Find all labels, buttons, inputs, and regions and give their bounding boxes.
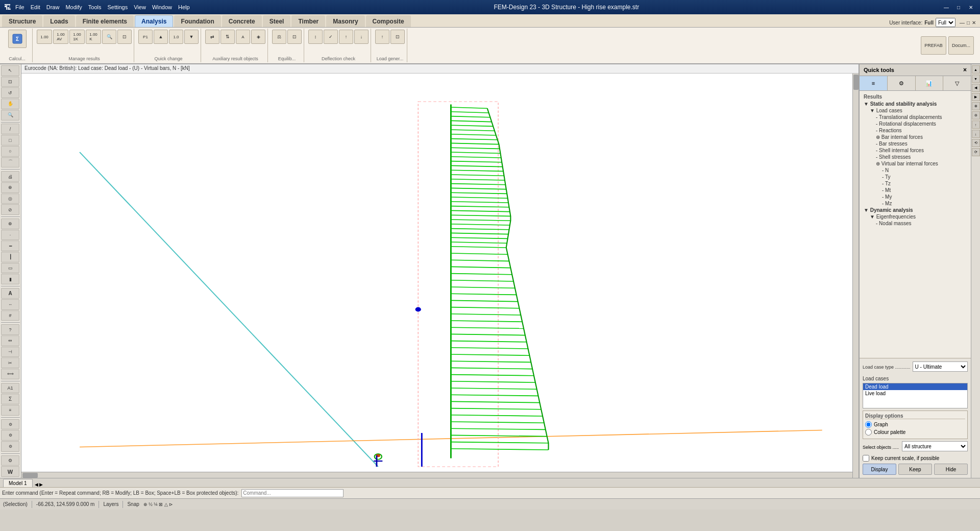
app-menu-modify[interactable]: Modify (63, 4, 84, 10)
tab-nav-left[interactable]: ◀ (35, 482, 38, 487)
minimize-button[interactable]: — (941, 2, 951, 12)
tree-nodal-masses[interactable]: - Nodal masses (862, 220, 969, 227)
command-input[interactable] (241, 489, 344, 497)
load-case-live-load[interactable]: Live load (863, 390, 967, 397)
far-btn-10[interactable]: ⟳ (972, 148, 980, 156)
prefab-button[interactable]: PREFAB (921, 36, 946, 55)
loadgen-btn-1[interactable]: ↑ (375, 30, 389, 44)
move-tool[interactable]: ⊕ (1, 219, 19, 229)
graph-radio[interactable] (865, 421, 872, 428)
manage-btn-2[interactable]: 1.00AV (53, 30, 68, 44)
manage-btn-4[interactable]: 1.00K (86, 30, 101, 44)
aux-btn-3[interactable]: A (236, 30, 250, 44)
far-btn-8[interactable]: ↓ (972, 130, 980, 138)
hash-tool[interactable]: # (1, 310, 19, 321)
calc-btn-1[interactable]: ⚙ (1, 419, 19, 430)
app-menu-tools[interactable]: Tools (86, 4, 104, 10)
a1-label[interactable]: A1 (1, 383, 19, 394)
app-menu-edit[interactable]: Edit (29, 4, 42, 10)
arc-tool[interactable]: ⌒ (1, 157, 19, 168)
far-btn-4[interactable]: ▶ (972, 93, 980, 101)
tree-bar-internal-forces[interactable]: ⊕ Bar internal forces (862, 134, 969, 140)
w-label[interactable]: W (1, 466, 19, 477)
calcul-button[interactable]: Σ (8, 30, 27, 48)
line-tool[interactable]: / (1, 124, 19, 134)
search-btn[interactable]: 🔍 (102, 30, 116, 44)
trim-tool[interactable]: ✂ (1, 357, 19, 368)
tree-rotational-disp[interactable]: - Rotational displacements (862, 120, 969, 127)
pointer-tool[interactable]: ↖ (1, 65, 19, 76)
quick-p1[interactable]: P1 (138, 30, 153, 44)
deflect-btn-1[interactable]: ↕ (308, 30, 323, 44)
sum-label[interactable]: ≡ (1, 405, 19, 416)
far-btn-6[interactable]: ⊖ (972, 111, 980, 119)
aux-btn-2[interactable]: ⇅ (220, 30, 235, 44)
qt-tab-list[interactable]: ≡ (860, 76, 888, 90)
app-menu-window[interactable]: Window (150, 4, 174, 10)
tab-timber[interactable]: Timber (291, 15, 325, 27)
tree-translational-disp[interactable]: - Translational displacements (862, 114, 969, 120)
tree-Mt[interactable]: - Mt (862, 187, 969, 194)
snap-label[interactable]: Snap (127, 501, 139, 507)
canvas-viewport[interactable] (21, 74, 859, 478)
canvas-vscrollbar[interactable] (852, 74, 859, 478)
docum-button[interactable]: Docum... (948, 36, 974, 55)
plate-tool[interactable]: ▭ (1, 263, 19, 274)
tree-Mz[interactable]: - Mz (862, 200, 969, 207)
circle-tool[interactable]: ○ (1, 146, 19, 157)
canvas-hscroll-thumb[interactable] (22, 473, 38, 478)
offset-tool[interactable]: ⟺ (1, 369, 19, 379)
tree-eigenfrequencies[interactable]: ▼ Eigenfrequencies (862, 213, 969, 220)
aux-btn-1[interactable]: ⇄ (205, 30, 219, 44)
tree-virtual-bar-forces[interactable]: ⊕ Virtual bar internal forces (862, 160, 969, 167)
far-btn-1[interactable]: ▲ (972, 65, 980, 74)
select-objects-select[interactable]: All structure Selected objects (902, 441, 968, 451)
manage-btn-3[interactable]: 1.001K (69, 30, 85, 44)
ui-restore[interactable]: □ (967, 20, 970, 26)
wall-tool[interactable]: ▮ (1, 274, 19, 284)
ui-minimize[interactable]: — (960, 20, 965, 26)
sigma-label[interactable]: Σ (1, 394, 19, 404)
extend-tool[interactable]: ⊣ (1, 347, 19, 357)
tab-analysis[interactable]: Analysis (135, 15, 173, 27)
deflect-btn-4[interactable]: ↓ (354, 30, 369, 44)
app-menu-help[interactable]: Help (176, 4, 192, 10)
calc-btn-3[interactable]: ⚙ (1, 441, 19, 452)
hide-button[interactable]: Hide (934, 464, 968, 475)
colour-palette-radio[interactable] (865, 429, 872, 436)
question-tool[interactable]: ? (1, 324, 19, 335)
tab-loads[interactable]: Loads (43, 15, 75, 27)
tree-dynamic-analysis[interactable]: ▼ Dynamic analysis (862, 207, 969, 213)
pan-tool[interactable]: ✋ (1, 99, 19, 109)
deflect-btn-3[interactable]: ↑ (339, 30, 353, 44)
text-tool[interactable]: A (1, 288, 19, 299)
zoom-fit-tool[interactable]: ⊕ (1, 182, 19, 193)
tree-reactions[interactable]: - Reactions (862, 127, 969, 134)
column-tool[interactable]: ┃ (1, 252, 19, 262)
equilib-btn-1[interactable]: ⚖ (272, 30, 286, 44)
qt-tab-settings[interactable]: ⚙ (888, 76, 916, 90)
dim-tool[interactable]: ↔ (1, 299, 19, 310)
tree-N[interactable]: - N (862, 167, 969, 174)
keep-button[interactable]: Keep (898, 464, 932, 475)
tree-load-cases[interactable]: ▼ Load cases (862, 107, 969, 114)
app-menu-settings[interactable]: Settings (105, 4, 130, 10)
model-tab-1[interactable]: Model 1 (3, 479, 33, 487)
tab-composite[interactable]: Composite (366, 15, 411, 27)
canvas-hscrollbar[interactable] (21, 472, 852, 478)
tree-shell-stresses[interactable]: - Shell stresses (862, 154, 969, 160)
tree-Tz[interactable]: - Tz (862, 180, 969, 187)
zoom-window-tool[interactable]: 🔍 (1, 110, 19, 120)
load-case-type-select[interactable]: U - Ultimate S - Service A - Accidental (913, 361, 968, 372)
lock-tool[interactable]: ⊘ (1, 204, 19, 215)
settings-tool[interactable]: ⚙ (1, 455, 19, 466)
tree-My[interactable]: - My (862, 194, 969, 200)
tab-nav-right[interactable]: ▶ (39, 482, 43, 487)
deflect-btn-2[interactable]: ✓ (324, 30, 338, 44)
loadgen-btn-2[interactable]: ⊡ (390, 30, 405, 44)
quick-1pt0[interactable]: 1.0 (169, 30, 183, 44)
qt-tab-filter[interactable]: ▽ (943, 76, 971, 90)
app-menu-file[interactable]: File (13, 4, 27, 10)
far-btn-5[interactable]: ⊕ (972, 102, 980, 110)
app-menu-view[interactable]: View (132, 4, 148, 10)
